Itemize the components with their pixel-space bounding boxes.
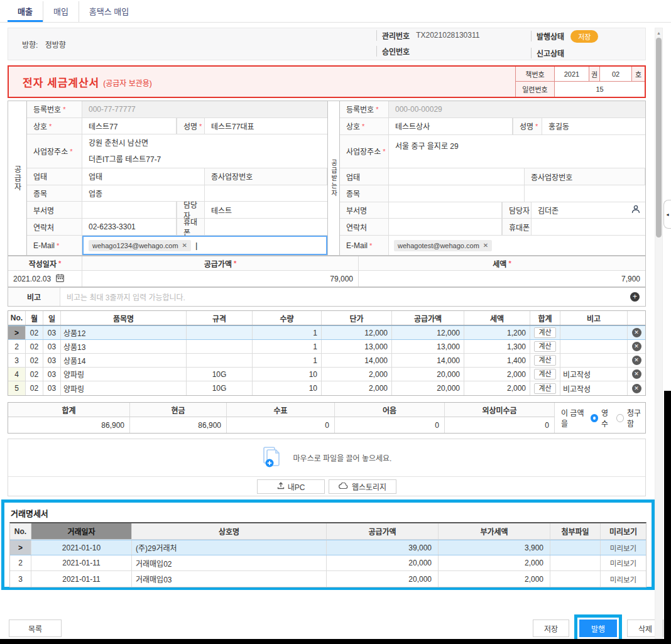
delete-row-icon[interactable]: ✕ (632, 328, 641, 337)
calc-button[interactable]: 계산 (534, 327, 555, 338)
item-tax[interactable]: 2,000 (464, 368, 530, 381)
buyer-email-input[interactable]: wehagotest@wehago.com ✕ (389, 236, 645, 255)
tab-hometax-purchase[interactable]: 홈택스 매입 (79, 1, 139, 22)
buyer-mobile-input[interactable] (532, 219, 645, 235)
supplier-mobile-input[interactable] (205, 219, 327, 235)
item-remark[interactable] (560, 340, 628, 353)
buyer-dept-input[interactable] (389, 202, 502, 219)
delete-row-icon[interactable]: ✕ (632, 369, 641, 379)
tax-amount-input[interactable]: 7,900 (359, 271, 645, 287)
item-remark[interactable] (560, 354, 628, 367)
supplier-tel-input[interactable]: 02-6233-3301 (82, 219, 177, 235)
item-spec[interactable]: 10G (187, 368, 253, 381)
item-qty[interactable]: 10 (253, 368, 322, 381)
item-row[interactable]: 3 02 03 상품14 1 14,000 14,000 1,400 계산 ✕ (8, 354, 645, 368)
buyer-biztype-input[interactable] (389, 168, 525, 185)
item-day[interactable]: 03 (43, 326, 61, 339)
item-qty[interactable]: 1 (253, 340, 322, 353)
scrollbar-thumb[interactable] (656, 38, 662, 237)
list-button[interactable]: 목록 (9, 619, 62, 637)
item-month[interactable]: 02 (26, 381, 43, 395)
supplier-email-input[interactable]: wehago1234@wehago.com ✕ | (82, 236, 327, 255)
preview-link[interactable]: 미리보기 (610, 543, 636, 553)
issue-button[interactable]: 발행 (579, 619, 617, 637)
date-input[interactable]: 2021.02.03 (8, 271, 82, 287)
buyer-bizitem-input[interactable] (389, 185, 525, 202)
item-price[interactable]: 12,000 (322, 326, 392, 339)
credit-value[interactable]: 0 (445, 417, 555, 433)
save-button[interactable]: 저장 (533, 619, 569, 637)
buyer-ceo-input[interactable]: 홍길동 (542, 118, 645, 134)
item-day[interactable]: 03 (43, 368, 61, 381)
item-price[interactable]: 13,000 (322, 340, 392, 353)
calc-button[interactable]: 계산 (534, 369, 555, 379)
side-panel-handle[interactable]: ◂ (663, 200, 671, 229)
tab-sales[interactable]: 매출 (8, 1, 43, 22)
chip-remove-icon[interactable]: ✕ (182, 242, 187, 249)
upload-pc-button[interactable]: 내PC (257, 479, 325, 494)
item-price[interactable]: 2,000 (322, 381, 392, 395)
radio-claim[interactable] (616, 414, 624, 422)
item-month[interactable]: 02 (26, 340, 43, 353)
file-dropzone[interactable]: 마우스로 파일을 끌어 놓으세요. (8, 439, 645, 476)
item-supply[interactable]: 12,000 (392, 326, 464, 339)
supplier-company-input[interactable]: 테스트77 (82, 118, 177, 134)
statement-row[interactable]: 2 2021-01-11 거래매입02 20,000 2,000 미리보기 (10, 555, 646, 571)
item-day[interactable]: 03 (43, 381, 61, 395)
item-qty[interactable]: 1 (253, 326, 322, 339)
item-supply[interactable]: 20,000 (392, 368, 464, 381)
item-supply[interactable]: 20,000 (392, 381, 464, 395)
item-price[interactable]: 2,000 (322, 368, 392, 381)
scroll-up-icon[interactable]: ▲ (655, 28, 662, 37)
item-remark[interactable]: 비고작성 (560, 381, 628, 395)
person-icon[interactable] (631, 205, 640, 216)
preview-link[interactable]: 미리보기 (610, 574, 636, 584)
chip-remove-icon[interactable]: ✕ (483, 242, 488, 249)
item-month[interactable]: 02 (26, 326, 43, 339)
item-remark[interactable]: 비고작성 (560, 368, 628, 381)
item-name[interactable]: 상품13 (61, 340, 187, 353)
calc-button[interactable]: 계산 (534, 341, 555, 352)
calc-button[interactable]: 계산 (534, 355, 555, 366)
supplier-dept-input[interactable] (82, 202, 177, 218)
buyer-company-input[interactable]: 테스트상사 (389, 118, 513, 134)
statement-row[interactable]: 3 2021-01-11 거래매입03 20,000 2,000 미리보기 (10, 571, 646, 587)
item-tax[interactable]: 1,200 (464, 326, 530, 339)
item-tax[interactable]: 1,300 (464, 340, 530, 353)
radio-receipt[interactable] (591, 414, 598, 422)
item-qty[interactable]: 10 (253, 381, 322, 395)
buyer-tel-input[interactable] (389, 219, 502, 235)
add-remark-icon[interactable]: + (630, 292, 640, 302)
item-qty[interactable]: 1 (253, 354, 322, 367)
item-price[interactable]: 14,000 (322, 354, 392, 367)
remark-input[interactable]: 비고는 최대 3줄까지 입력 가능합니다. (60, 288, 630, 306)
item-row[interactable]: 5 02 03 양파링 10G 10 2,000 20,000 2,000 계산… (8, 381, 645, 395)
supplier-ceo-input[interactable]: 테스트77대표 (205, 118, 327, 134)
note-value[interactable]: 0 (335, 417, 445, 433)
serial-no-value[interactable]: 15 (555, 82, 645, 97)
calc-button[interactable]: 계산 (534, 383, 555, 394)
calendar-icon[interactable] (56, 274, 64, 284)
item-row[interactable]: 2 02 03 상품13 1 13,000 13,000 1,300 계산 ✕ (8, 340, 645, 354)
supplier-subbiz-input[interactable] (205, 185, 327, 202)
item-row[interactable]: 4 02 03 양파링 10G 10 2,000 20,000 2,000 계산… (8, 368, 645, 381)
statement-row[interactable]: > 2021-01-10 (주)29거래처 39,000 3,900 미리보기 (10, 540, 646, 555)
item-day[interactable]: 03 (43, 340, 61, 353)
supplier-biztype-input[interactable]: 업태 (82, 168, 205, 185)
delete-row-icon[interactable]: ✕ (632, 356, 641, 365)
col-trade-date[interactable]: 거래일자 (31, 523, 132, 539)
item-day[interactable]: 03 (43, 354, 61, 367)
item-row[interactable]: > 02 03 상품12 1 12,000 12,000 1,200 계산 ✕ (8, 325, 645, 340)
delete-row-icon[interactable]: ✕ (632, 342, 641, 351)
item-spec[interactable] (187, 326, 253, 339)
supply-amount-input[interactable]: 79,000 (82, 271, 359, 287)
item-spec[interactable] (187, 354, 253, 367)
item-month[interactable]: 02 (26, 368, 43, 381)
buyer-address-input[interactable]: 서울 중구 을지로 29 (389, 135, 645, 168)
buyer-subbiz-input[interactable] (525, 185, 645, 202)
delete-row-icon[interactable]: ✕ (632, 384, 641, 393)
supplier-manager-input[interactable]: 테스트 (205, 202, 327, 218)
item-name[interactable]: 양파링 (61, 368, 187, 381)
item-tax[interactable]: 1,400 (464, 354, 530, 367)
item-supply[interactable]: 13,000 (392, 340, 464, 353)
